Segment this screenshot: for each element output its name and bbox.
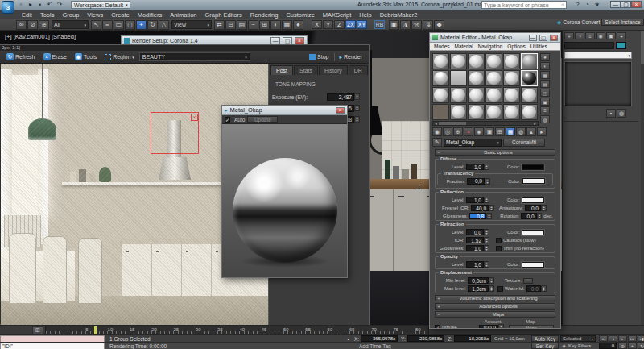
disp-max-spinner[interactable]: 1,0cm bbox=[468, 285, 489, 292]
modifier-stack-list[interactable] bbox=[564, 61, 632, 106]
menu-help[interactable]: Help bbox=[355, 11, 375, 19]
reset-map-icon[interactable]: × bbox=[464, 127, 473, 136]
translucency-fraction-spinner[interactable]: 0,0 bbox=[467, 178, 485, 185]
render-setup-minimize-button[interactable]: — bbox=[270, 37, 280, 44]
render-setup-maximize-button[interactable]: ▢ bbox=[283, 37, 292, 44]
material-slot-3[interactable] bbox=[468, 53, 485, 69]
select-and-rotate-icon[interactable]: ↻ bbox=[147, 20, 158, 30]
me-menu-utilities[interactable]: Utilities bbox=[528, 44, 550, 49]
schematic-view-icon[interactable]: ⊞ bbox=[259, 20, 270, 30]
utilities-tab-icon[interactable]: ◒ bbox=[617, 32, 626, 39]
save-file-icon[interactable]: ▪ bbox=[35, 1, 45, 9]
help-icon[interactable]: ? bbox=[573, 1, 582, 9]
material-name-select[interactable]: Metal_Okap▾ bbox=[444, 139, 502, 147]
workspace-dropdown[interactable]: Workspace: Default▾ bbox=[71, 1, 130, 9]
material-slot-15[interactable] bbox=[468, 87, 485, 103]
reflection-color-swatch[interactable] bbox=[522, 197, 544, 203]
material-slot-11[interactable] bbox=[503, 70, 520, 86]
close-button[interactable]: × bbox=[631, 1, 642, 8]
make-preview-icon[interactable]: ▣ bbox=[540, 98, 550, 106]
maps-rollout[interactable]: −Maps bbox=[435, 311, 555, 318]
3dsmax-logo[interactable]: 3 bbox=[2, 1, 14, 14]
vfb-region-button[interactable]: Region▾ bbox=[101, 52, 138, 62]
key-mode-dropdown[interactable]: Selected▾ bbox=[560, 335, 596, 342]
rect-selection-region-icon[interactable]: ▭ bbox=[114, 20, 124, 30]
menu-debrismaker2[interactable]: DebrisMaker2 bbox=[376, 11, 422, 19]
y-coordinate-field[interactable]: 230,9858c bbox=[407, 335, 444, 342]
make-unique-icon[interactable]: ◈ bbox=[474, 127, 484, 136]
go-to-parent-icon[interactable]: ▴ bbox=[526, 127, 536, 136]
backlight-icon[interactable]: ◐ bbox=[540, 62, 550, 70]
unlink-selection-icon[interactable]: ⊘ bbox=[27, 20, 38, 30]
water-level-checkbox[interactable] bbox=[497, 286, 503, 292]
open-mini-curve-editor-icon[interactable]: ⊞ bbox=[32, 326, 43, 334]
assign-to-selection-icon[interactable]: ⊕ bbox=[453, 127, 463, 136]
auto-update-checkbox[interactable]: ✓ bbox=[225, 117, 230, 123]
vfb-channel-select[interactable]: BEAUTY▾ bbox=[139, 52, 250, 61]
background-icon[interactable]: ▦ bbox=[540, 71, 550, 79]
menu-graph-editors[interactable]: Graph Editors bbox=[201, 11, 246, 19]
select-by-name-icon[interactable]: ≡ bbox=[102, 20, 113, 30]
tone-spinner[interactable]: ▴▾ bbox=[354, 93, 360, 100]
menu-rendering[interactable]: Rendering bbox=[246, 11, 283, 19]
disp-texture-button[interactable] bbox=[523, 278, 533, 284]
diffuse-level-spinner[interactable]: 1,0 bbox=[466, 164, 484, 170]
translucency-color-swatch[interactable] bbox=[522, 178, 545, 184]
vfb-tab-history[interactable]: History bbox=[319, 65, 348, 75]
search-input[interactable] bbox=[484, 2, 561, 8]
material-slot-6[interactable] bbox=[521, 53, 538, 69]
anisotropy-spinner[interactable]: 0,0 bbox=[525, 205, 541, 211]
maxscript-output-line[interactable]: "IDI" bbox=[0, 343, 105, 349]
tone-spinner[interactable]: ▴▾ bbox=[354, 116, 360, 123]
select-and-move-icon[interactable]: + bbox=[136, 20, 147, 30]
x-coordinate-field[interactable]: 365,0978c bbox=[361, 335, 398, 342]
rendered-frame-window-icon[interactable]: ▦ bbox=[282, 20, 292, 30]
material-slot-16[interactable] bbox=[485, 87, 502, 103]
menu-animation[interactable]: Animation bbox=[166, 11, 200, 19]
scroll-left-icon[interactable]: ◂ bbox=[433, 121, 439, 126]
reference-coordinate-dropdown[interactable]: View▾ bbox=[171, 20, 212, 29]
select-and-scale-icon[interactable]: △ bbox=[159, 20, 169, 30]
modifier-list-dropdown[interactable]: ▾ bbox=[564, 52, 632, 59]
material-slot-20[interactable] bbox=[450, 104, 467, 120]
undo-icon[interactable]: ↶ bbox=[45, 1, 55, 9]
favorites-icon[interactable]: ★ bbox=[592, 1, 601, 9]
advanced-options-rollout[interactable]: +Advanced options bbox=[435, 303, 555, 310]
material-id-icon[interactable]: ⊞ bbox=[495, 127, 505, 136]
current-frame-field[interactable]: 0 bbox=[599, 343, 617, 349]
display-tab-icon[interactable]: ▣ bbox=[606, 32, 616, 39]
material-slot-19[interactable] bbox=[432, 104, 449, 120]
zoom-extents-icon[interactable]: ⊕ bbox=[618, 343, 627, 349]
preview-close-button[interactable]: × bbox=[336, 107, 345, 114]
water-level-spinner[interactable]: 0,0 bbox=[526, 285, 541, 292]
material-slot-10[interactable] bbox=[485, 70, 502, 86]
menu-edit[interactable]: Edit bbox=[18, 11, 36, 19]
material-slot-7[interactable] bbox=[432, 70, 449, 86]
material-slot-12[interactable] bbox=[521, 70, 538, 86]
select-by-material-icon[interactable]: ◍ bbox=[540, 115, 550, 123]
mirror-icon[interactable]: ⇄ bbox=[214, 20, 225, 30]
preview-canvas[interactable] bbox=[222, 124, 347, 277]
snaps-toggle-icon[interactable]: ▣ bbox=[389, 20, 399, 30]
material-slot-2[interactable] bbox=[450, 53, 467, 69]
window-crossing-icon[interactable]: ◻ bbox=[125, 20, 135, 30]
show-end-result-icon[interactable]: ◍ bbox=[516, 127, 526, 136]
sample-tiling-icon[interactable]: ▤ bbox=[540, 80, 550, 88]
vfb-tab-stats[interactable]: Stats bbox=[294, 65, 318, 75]
me-menu-material[interactable]: Material bbox=[452, 44, 476, 49]
material-slot-4[interactable] bbox=[485, 53, 502, 69]
basic-options-rollout[interactable]: −Basic options bbox=[435, 149, 555, 156]
pan-view-icon[interactable]: + bbox=[628, 343, 637, 349]
bind-to-space-warp-icon[interactable]: ≋ bbox=[39, 20, 49, 30]
render-setup-icon[interactable]: ◐ bbox=[270, 20, 281, 30]
show-end-result-stack-icon[interactable]: ◍ bbox=[617, 109, 626, 118]
render-setup-close-button[interactable]: × bbox=[295, 37, 304, 44]
modify-tab-icon[interactable]: ◑ bbox=[575, 32, 584, 39]
me-menu-options[interactable]: Options bbox=[505, 44, 527, 49]
material-slot-21[interactable] bbox=[468, 104, 485, 120]
selection-filter-dropdown[interactable]: All▾ bbox=[52, 20, 89, 29]
menu-group[interactable]: Group bbox=[58, 11, 83, 19]
material-slot-18[interactable] bbox=[521, 87, 538, 103]
motion-tab-icon[interactable]: ◉ bbox=[596, 32, 605, 39]
tone-value-field[interactable]: 2,487 bbox=[327, 93, 354, 101]
